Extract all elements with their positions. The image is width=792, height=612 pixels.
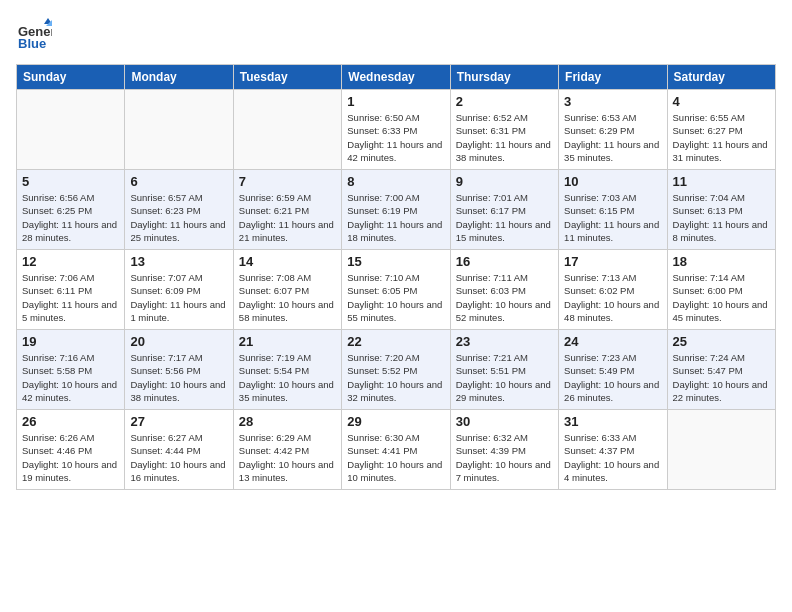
- calendar-cell: 1Sunrise: 6:50 AMSunset: 6:33 PMDaylight…: [342, 90, 450, 170]
- day-number: 24: [564, 334, 661, 349]
- day-number: 15: [347, 254, 444, 269]
- calendar-cell: 26Sunrise: 6:26 AMSunset: 4:46 PMDayligh…: [17, 410, 125, 490]
- logo: General Blue: [16, 16, 56, 52]
- header-sunday: Sunday: [17, 65, 125, 90]
- header-tuesday: Tuesday: [233, 65, 341, 90]
- day-info: Sunrise: 7:13 AMSunset: 6:02 PMDaylight:…: [564, 271, 661, 324]
- calendar-table: SundayMondayTuesdayWednesdayThursdayFrid…: [16, 64, 776, 490]
- day-info: Sunrise: 6:33 AMSunset: 4:37 PMDaylight:…: [564, 431, 661, 484]
- day-info: Sunrise: 7:00 AMSunset: 6:19 PMDaylight:…: [347, 191, 444, 244]
- calendar-cell: 14Sunrise: 7:08 AMSunset: 6:07 PMDayligh…: [233, 250, 341, 330]
- header-thursday: Thursday: [450, 65, 558, 90]
- day-number: 21: [239, 334, 336, 349]
- calendar-week-row: 12Sunrise: 7:06 AMSunset: 6:11 PMDayligh…: [17, 250, 776, 330]
- day-number: 3: [564, 94, 661, 109]
- calendar-cell: 15Sunrise: 7:10 AMSunset: 6:05 PMDayligh…: [342, 250, 450, 330]
- day-info: Sunrise: 7:24 AMSunset: 5:47 PMDaylight:…: [673, 351, 770, 404]
- day-info: Sunrise: 6:53 AMSunset: 6:29 PMDaylight:…: [564, 111, 661, 164]
- calendar-cell: [233, 90, 341, 170]
- calendar-cell: 20Sunrise: 7:17 AMSunset: 5:56 PMDayligh…: [125, 330, 233, 410]
- day-number: 10: [564, 174, 661, 189]
- calendar-week-row: 19Sunrise: 7:16 AMSunset: 5:58 PMDayligh…: [17, 330, 776, 410]
- day-number: 29: [347, 414, 444, 429]
- day-number: 17: [564, 254, 661, 269]
- day-info: Sunrise: 6:30 AMSunset: 4:41 PMDaylight:…: [347, 431, 444, 484]
- day-info: Sunrise: 6:50 AMSunset: 6:33 PMDaylight:…: [347, 111, 444, 164]
- calendar-cell: 11Sunrise: 7:04 AMSunset: 6:13 PMDayligh…: [667, 170, 775, 250]
- calendar-week-row: 5Sunrise: 6:56 AMSunset: 6:25 PMDaylight…: [17, 170, 776, 250]
- day-info: Sunrise: 6:56 AMSunset: 6:25 PMDaylight:…: [22, 191, 119, 244]
- day-number: 31: [564, 414, 661, 429]
- day-number: 4: [673, 94, 770, 109]
- day-number: 9: [456, 174, 553, 189]
- calendar-cell: 19Sunrise: 7:16 AMSunset: 5:58 PMDayligh…: [17, 330, 125, 410]
- day-info: Sunrise: 7:20 AMSunset: 5:52 PMDaylight:…: [347, 351, 444, 404]
- day-number: 27: [130, 414, 227, 429]
- calendar-cell: 5Sunrise: 6:56 AMSunset: 6:25 PMDaylight…: [17, 170, 125, 250]
- day-number: 11: [673, 174, 770, 189]
- day-number: 2: [456, 94, 553, 109]
- calendar-cell: 27Sunrise: 6:27 AMSunset: 4:44 PMDayligh…: [125, 410, 233, 490]
- day-info: Sunrise: 7:21 AMSunset: 5:51 PMDaylight:…: [456, 351, 553, 404]
- day-info: Sunrise: 7:03 AMSunset: 6:15 PMDaylight:…: [564, 191, 661, 244]
- day-number: 12: [22, 254, 119, 269]
- calendar-cell: 18Sunrise: 7:14 AMSunset: 6:00 PMDayligh…: [667, 250, 775, 330]
- svg-text:Blue: Blue: [18, 36, 46, 51]
- day-info: Sunrise: 7:01 AMSunset: 6:17 PMDaylight:…: [456, 191, 553, 244]
- day-number: 22: [347, 334, 444, 349]
- day-number: 14: [239, 254, 336, 269]
- calendar-cell: [125, 90, 233, 170]
- day-info: Sunrise: 7:16 AMSunset: 5:58 PMDaylight:…: [22, 351, 119, 404]
- day-info: Sunrise: 6:29 AMSunset: 4:42 PMDaylight:…: [239, 431, 336, 484]
- day-number: 1: [347, 94, 444, 109]
- day-info: Sunrise: 7:17 AMSunset: 5:56 PMDaylight:…: [130, 351, 227, 404]
- day-number: 23: [456, 334, 553, 349]
- day-info: Sunrise: 7:08 AMSunset: 6:07 PMDaylight:…: [239, 271, 336, 324]
- calendar-cell: 7Sunrise: 6:59 AMSunset: 6:21 PMDaylight…: [233, 170, 341, 250]
- calendar-cell: 25Sunrise: 7:24 AMSunset: 5:47 PMDayligh…: [667, 330, 775, 410]
- day-info: Sunrise: 7:04 AMSunset: 6:13 PMDaylight:…: [673, 191, 770, 244]
- calendar-header-row: SundayMondayTuesdayWednesdayThursdayFrid…: [17, 65, 776, 90]
- calendar-cell: 6Sunrise: 6:57 AMSunset: 6:23 PMDaylight…: [125, 170, 233, 250]
- calendar-cell: 16Sunrise: 7:11 AMSunset: 6:03 PMDayligh…: [450, 250, 558, 330]
- calendar-cell: 2Sunrise: 6:52 AMSunset: 6:31 PMDaylight…: [450, 90, 558, 170]
- day-info: Sunrise: 6:57 AMSunset: 6:23 PMDaylight:…: [130, 191, 227, 244]
- calendar-cell: [17, 90, 125, 170]
- day-info: Sunrise: 7:06 AMSunset: 6:11 PMDaylight:…: [22, 271, 119, 324]
- day-info: Sunrise: 6:52 AMSunset: 6:31 PMDaylight:…: [456, 111, 553, 164]
- day-info: Sunrise: 6:55 AMSunset: 6:27 PMDaylight:…: [673, 111, 770, 164]
- day-number: 26: [22, 414, 119, 429]
- calendar-cell: 31Sunrise: 6:33 AMSunset: 4:37 PMDayligh…: [559, 410, 667, 490]
- calendar-cell: 28Sunrise: 6:29 AMSunset: 4:42 PMDayligh…: [233, 410, 341, 490]
- day-info: Sunrise: 7:19 AMSunset: 5:54 PMDaylight:…: [239, 351, 336, 404]
- day-number: 8: [347, 174, 444, 189]
- calendar-cell: 10Sunrise: 7:03 AMSunset: 6:15 PMDayligh…: [559, 170, 667, 250]
- calendar-cell: 21Sunrise: 7:19 AMSunset: 5:54 PMDayligh…: [233, 330, 341, 410]
- calendar-cell: 9Sunrise: 7:01 AMSunset: 6:17 PMDaylight…: [450, 170, 558, 250]
- calendar-week-row: 26Sunrise: 6:26 AMSunset: 4:46 PMDayligh…: [17, 410, 776, 490]
- day-number: 30: [456, 414, 553, 429]
- calendar-cell: 17Sunrise: 7:13 AMSunset: 6:02 PMDayligh…: [559, 250, 667, 330]
- calendar-cell: 29Sunrise: 6:30 AMSunset: 4:41 PMDayligh…: [342, 410, 450, 490]
- calendar-cell: 12Sunrise: 7:06 AMSunset: 6:11 PMDayligh…: [17, 250, 125, 330]
- day-info: Sunrise: 7:23 AMSunset: 5:49 PMDaylight:…: [564, 351, 661, 404]
- calendar-cell: 13Sunrise: 7:07 AMSunset: 6:09 PMDayligh…: [125, 250, 233, 330]
- day-info: Sunrise: 6:26 AMSunset: 4:46 PMDaylight:…: [22, 431, 119, 484]
- calendar-cell: 23Sunrise: 7:21 AMSunset: 5:51 PMDayligh…: [450, 330, 558, 410]
- day-info: Sunrise: 6:59 AMSunset: 6:21 PMDaylight:…: [239, 191, 336, 244]
- calendar-cell: 3Sunrise: 6:53 AMSunset: 6:29 PMDaylight…: [559, 90, 667, 170]
- day-number: 18: [673, 254, 770, 269]
- day-info: Sunrise: 7:07 AMSunset: 6:09 PMDaylight:…: [130, 271, 227, 324]
- header-wednesday: Wednesday: [342, 65, 450, 90]
- day-info: Sunrise: 7:14 AMSunset: 6:00 PMDaylight:…: [673, 271, 770, 324]
- calendar-cell: 4Sunrise: 6:55 AMSunset: 6:27 PMDaylight…: [667, 90, 775, 170]
- day-info: Sunrise: 6:27 AMSunset: 4:44 PMDaylight:…: [130, 431, 227, 484]
- header-friday: Friday: [559, 65, 667, 90]
- calendar-cell: 22Sunrise: 7:20 AMSunset: 5:52 PMDayligh…: [342, 330, 450, 410]
- day-number: 5: [22, 174, 119, 189]
- day-number: 25: [673, 334, 770, 349]
- day-number: 13: [130, 254, 227, 269]
- calendar-cell: 8Sunrise: 7:00 AMSunset: 6:19 PMDaylight…: [342, 170, 450, 250]
- day-info: Sunrise: 7:11 AMSunset: 6:03 PMDaylight:…: [456, 271, 553, 324]
- calendar-cell: 24Sunrise: 7:23 AMSunset: 5:49 PMDayligh…: [559, 330, 667, 410]
